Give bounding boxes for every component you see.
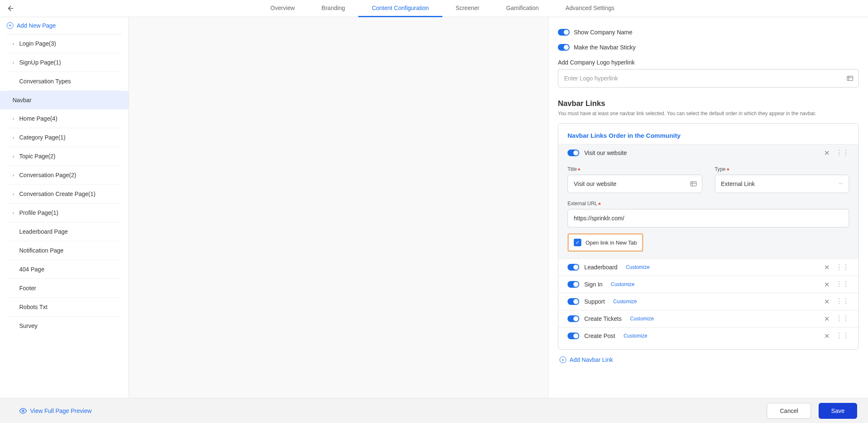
drag-icon[interactable]: ⋮⋮ [836,298,849,305]
chevron-right-icon: › [13,191,18,196]
sidebar-item[interactable]: ›Login Page(3) [7,34,122,53]
sidebar-item-label: Home Page(4) [19,115,57,122]
close-icon[interactable]: ✕ [824,333,830,339]
toggle-sticky-row: Make the Navbar Sticky [558,44,859,51]
required-dot [598,203,601,205]
add-page-label: Add New Page [17,22,56,29]
close-icon[interactable]: ✕ [824,299,830,304]
link-actions: ✕ ⋮⋮ [824,315,849,322]
toggle-sticky-navbar[interactable] [558,44,570,51]
link-actions: ✕ ⋮⋮ [824,264,849,271]
input-addon-icon[interactable] [690,180,697,188]
close-icon[interactable]: ✕ [824,264,830,270]
plus-icon: + [560,356,566,363]
close-icon[interactable]: ✕ [824,316,830,322]
url-input[interactable] [568,209,849,227]
input-addon-icon[interactable] [846,75,854,82]
link-toggle[interactable] [568,315,579,322]
logo-hyperlink-wrapper [558,69,859,88]
customize-link[interactable]: Customize [626,264,650,270]
title-label: Title [568,166,702,172]
navbar-links-card: Navbar Links Order in the Community Visi… [558,123,859,350]
navbar-links-desc: You must have at least one navbar link s… [558,111,859,116]
sidebar-item-label: Survey [19,322,38,329]
close-icon[interactable]: ✕ [824,150,830,156]
center-panel [129,17,548,398]
link-actions: ✕ ⋮⋮ [824,281,849,288]
navbar-links-title: Navbar Links [558,99,859,108]
drag-icon[interactable]: ⋮⋮ [836,264,849,271]
sidebar-item-label: Footer [19,285,36,291]
sidebar-item-label: Profile Page(1) [19,209,58,216]
add-new-page-button[interactable]: + Add New Page [0,17,128,34]
link-header: Create Tickets Customize ✕ ⋮⋮ [558,310,858,327]
link-toggle[interactable] [568,150,579,156]
url-field: External URL [568,201,849,227]
open-new-tab-label: Open link in New Tab [586,240,637,246]
logo-hyperlink-input[interactable] [558,69,859,88]
sidebar-item[interactable]: 404 Page [7,260,122,279]
sidebar-item-label: Robots Txt [19,304,47,310]
drag-icon[interactable]: ⋮⋮ [836,315,849,322]
sidebar-item[interactable]: Survey [7,317,122,335]
type-select-wrapper: External Link ﹀ [715,175,850,193]
add-navbar-link-button[interactable]: + Add Navbar Link [558,356,859,363]
sidebar-item[interactable]: Leaderboard Page [7,222,122,241]
drag-icon[interactable]: ⋮⋮ [836,150,849,156]
back-arrow-icon[interactable] [7,4,15,13]
close-icon[interactable]: ✕ [824,281,830,287]
link-name: Create Tickets [584,315,621,322]
sidebar-item[interactable]: ›SignUp Page(1) [7,53,122,72]
tab-advanced-settings[interactable]: Advanced Settings [552,0,628,17]
sidebar-item-label: Notification Page [19,247,64,254]
type-select[interactable]: External Link [715,175,850,193]
sidebar-item[interactable]: Navbar [0,91,128,109]
tab-content-configuration[interactable]: Content Configuration [358,0,442,17]
type-label: Type [715,166,850,172]
right-panel: Show Company Name Make the Navbar Sticky… [548,17,868,398]
customize-link[interactable]: Customize [613,299,637,304]
tab-screener[interactable]: Screener [442,0,493,17]
sidebar-item[interactable]: ›Conversation Page(2) [7,166,122,185]
customize-link[interactable]: Customize [624,333,647,339]
sidebar-item[interactable]: ›Topic Page(2) [7,147,122,166]
sidebar-item[interactable]: Notification Page [7,241,122,260]
sidebar-item-label: 404 Page [19,266,44,273]
customize-link[interactable]: Customize [611,281,635,287]
sidebar-item[interactable]: Footer [7,279,122,298]
title-col: Title [568,166,702,193]
type-col: Type External Link ﹀ [715,166,850,193]
tab-branding[interactable]: Branding [308,0,358,17]
link-toggle[interactable] [568,264,579,271]
link-actions: ✕ ⋮⋮ [824,333,849,339]
sidebar-item[interactable]: Conversation Types [7,72,122,91]
sidebar-item-label: Conversation Types [19,78,71,85]
link-toggle[interactable] [568,298,579,305]
title-input[interactable] [568,175,702,193]
drag-icon[interactable]: ⋮⋮ [836,333,849,339]
sidebar-item[interactable]: Robots Txt [7,298,122,317]
tab-gamification[interactable]: Gamification [493,0,552,17]
customize-link[interactable]: Customize [630,316,654,322]
sidebar-item[interactable]: ›Home Page(4) [7,109,122,128]
sidebar-item[interactable]: ›Profile Page(1) [7,204,122,222]
link-toggle[interactable] [568,281,579,288]
link-name: Leaderboard [584,264,617,271]
link-toggle[interactable] [568,333,579,339]
drag-icon[interactable]: ⋮⋮ [836,281,849,288]
open-new-tab-checkbox[interactable]: ✓ [574,239,581,246]
link-header: Visit our website ✕ ⋮⋮ [558,144,858,161]
title-input-wrapper [568,175,702,193]
link-item: Create Tickets Customize ✕ ⋮⋮ [558,310,858,327]
toggle-company-name[interactable] [558,29,570,36]
sidebar-item-label: SignUp Page(1) [19,59,61,66]
chevron-right-icon: › [13,41,18,46]
sidebar-item-label: Topic Page(2) [19,153,55,160]
add-navbar-link-label: Add Navbar Link [570,356,613,363]
sidebar-item[interactable]: ›Conversation Create Page(1) [7,185,122,204]
sidebar-item[interactable]: ›Category Page(1) [7,128,122,147]
chevron-right-icon: › [13,135,18,140]
sidebar-item-label: Conversation Page(2) [19,172,76,178]
sidebar-item-label: Conversation Create Page(1) [19,191,95,197]
tab-overview[interactable]: Overview [257,0,308,17]
